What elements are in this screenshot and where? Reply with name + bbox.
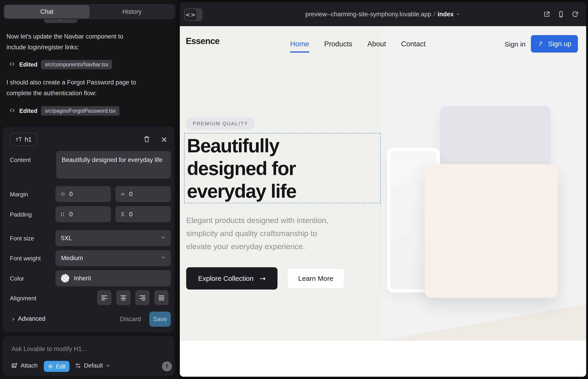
file-chip[interactable]: src/components/Navbar.tsx [41, 60, 112, 69]
font-size-label: Font size [10, 235, 34, 242]
code-icon [9, 61, 15, 68]
sign-up-button[interactable]: Sign up [531, 35, 578, 52]
selected-element-outline[interactable]: Beautifully designed for everyday life [184, 133, 381, 203]
url-domain: preview--charming-site-symphony.lovable.… [306, 11, 431, 18]
external-link-icon [543, 11, 550, 18]
chat-panel: Chat History ·· Now let's update the Nav… [0, 0, 179, 379]
padding-horizontal-icon [60, 211, 66, 217]
advanced-toggle[interactable]: › Advanced [12, 315, 46, 323]
alignment-label: Alignment [10, 295, 36, 302]
tab-chat[interactable]: Chat [4, 5, 90, 18]
arrow-right-icon: → [259, 274, 265, 283]
align-justify-icon [158, 295, 165, 301]
alignment-buttons [97, 290, 169, 305]
margin-vertical-icon [120, 191, 125, 197]
premium-quality-badge: PREMIUM QUALITY [186, 117, 255, 130]
font-weight-value: Medium [61, 255, 83, 262]
nav-link-contact[interactable]: Contact [401, 40, 426, 52]
content-label: Content [10, 157, 31, 164]
lovable-app: Chat History ·· Now let's update the Nav… [0, 0, 588, 379]
color-value: Inherit [74, 275, 91, 282]
padding-y-input[interactable]: 0 [115, 206, 171, 222]
mode-label: Default [84, 362, 103, 369]
align-left-icon [101, 295, 108, 301]
url-path: index [438, 11, 454, 18]
assistant-message: I should also create a Forgot Password p… [6, 77, 162, 99]
mobile-view-button[interactable] [557, 11, 565, 19]
nav-link-home[interactable]: Home [290, 40, 309, 52]
edit-label: Edit [56, 363, 66, 370]
browser-actions [543, 11, 579, 19]
phone-icon [557, 11, 565, 18]
padding-y-value: 0 [129, 211, 133, 218]
chat-history-tabs: Chat History [3, 4, 175, 19]
chevron-down-icon [106, 363, 110, 368]
assistant-message: Now let's update the Navbar component to… [6, 31, 162, 53]
edit-mode-button[interactable]: Edit [44, 361, 69, 372]
nav-link-about[interactable]: About [367, 40, 386, 52]
margin-x-input[interactable]: 0 [56, 186, 111, 202]
color-select[interactable]: Inherit [56, 270, 171, 286]
chat-input[interactable]: Ask Lovable to modify H1... [12, 346, 87, 353]
font-weight-label: Font weight [10, 255, 41, 262]
browser-toolbar: <> preview--charming-site-symphony.lovab… [180, 2, 586, 26]
send-button[interactable]: ↑ [162, 361, 172, 371]
sliders-icon [75, 363, 81, 369]
font-weight-select[interactable]: Medium [56, 250, 171, 266]
hero-heading[interactable]: Beautifully designed for everyday life [187, 134, 380, 203]
margin-label: Margin [10, 191, 28, 198]
site-logo[interactable]: Essence [186, 36, 219, 46]
edited-file-row[interactable]: Edited src/pages/ForgotPassword.tsx [9, 106, 120, 116]
delete-element-button[interactable] [143, 135, 150, 144]
chat-composer: Ask Lovable to modify H1... Attach Edit … [3, 336, 174, 376]
next-section-background [180, 341, 586, 377]
align-center-icon [120, 295, 127, 301]
padding-label: Padding [10, 211, 32, 218]
person-icon [538, 40, 544, 47]
file-chip[interactable]: src/pages/ForgotPassword.tsx [41, 106, 119, 116]
learn-more-button[interactable]: Learn More [287, 268, 345, 289]
save-button[interactable]: Save [149, 312, 171, 327]
margin-x-value: 0 [69, 191, 73, 198]
edited-file-row[interactable]: Edited src/components/Navbar.tsx [9, 60, 112, 69]
model-selector[interactable]: Default [75, 362, 110, 369]
url-separator: / [433, 11, 435, 18]
url-bar[interactable]: preview--charming-site-symphony.lovable.… [180, 2, 586, 26]
nav-link-products[interactable]: Products [324, 40, 352, 52]
sign-in-link[interactable]: Sign in [505, 40, 526, 48]
refresh-icon [572, 11, 579, 18]
align-justify-button[interactable] [154, 290, 169, 305]
font-size-value: 5XL [61, 235, 72, 242]
open-in-new-tab-button[interactable] [543, 11, 550, 19]
edited-label: Edited [19, 61, 37, 68]
element-tag-label: h1 [25, 136, 32, 143]
site-nav: Home Products About Contact [290, 40, 426, 52]
content-input[interactable]: Beautifully designed for everyday life [56, 151, 171, 178]
chevron-down-icon [456, 12, 461, 16]
align-right-button[interactable] [135, 290, 150, 305]
align-left-button[interactable] [97, 290, 111, 305]
margin-y-input[interactable]: 0 [115, 186, 171, 202]
explore-collection-button[interactable]: Explore Collection → [186, 267, 278, 289]
discard-button[interactable]: Discard [120, 316, 141, 323]
margin-y-value: 0 [129, 191, 133, 198]
site-preview: Essence Home Products About Contact Sign… [180, 26, 586, 377]
image-plus-icon [11, 363, 18, 369]
element-tag-chip: тT h1 [10, 133, 37, 146]
type-icon: тT [15, 136, 22, 143]
chevron-right-icon: › [12, 315, 15, 323]
align-center-button[interactable] [116, 290, 130, 305]
tab-history[interactable]: History [90, 5, 174, 18]
close-editor-button[interactable]: × [161, 135, 168, 143]
edited-label: Edited [19, 107, 37, 114]
scrolled-chip: ·· [44, 19, 77, 23]
align-right-icon [139, 295, 146, 301]
padding-x-value: 0 [69, 211, 73, 218]
attach-button[interactable]: Attach [11, 362, 38, 369]
color-label: Color [10, 275, 24, 282]
padding-x-input[interactable]: 0 [56, 206, 111, 222]
refresh-button[interactable] [572, 11, 579, 19]
advanced-label: Advanced [18, 315, 46, 322]
element-editor-panel: тT h1 × Content Beautifully designed for… [3, 127, 174, 332]
font-size-select[interactable]: 5XL [56, 230, 171, 246]
